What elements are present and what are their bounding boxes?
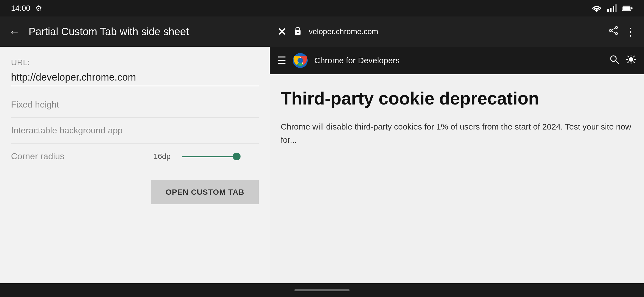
share-icon[interactable]: [609, 26, 618, 37]
corner-radius-row: Corner radius 16dp: [11, 144, 259, 169]
hamburger-icon[interactable]: ☰: [277, 55, 286, 66]
svg-point-9: [615, 26, 618, 29]
svg-line-13: [612, 31, 615, 33]
lock-icon: [293, 26, 302, 38]
svg-line-26: [633, 56, 635, 57]
interactable-bg-label: Interactable background app: [11, 125, 123, 135]
corner-radius-label: Corner radius: [11, 151, 64, 161]
svg-line-24: [627, 56, 629, 57]
svg-point-11: [615, 32, 618, 35]
search-icon[interactable]: [609, 54, 619, 67]
home-indicator[interactable]: [294, 289, 350, 291]
slider-track[interactable]: [182, 156, 237, 157]
svg-line-18: [616, 61, 619, 64]
app-content: URL: http://developer.chrome.com Fixed h…: [0, 47, 270, 283]
url-value[interactable]: http://developer.chrome.com: [11, 72, 259, 86]
url-section: URL: http://developer.chrome.com: [11, 47, 259, 92]
chrome-menu-icon[interactable]: ⋮: [625, 25, 636, 38]
svg-point-19: [629, 57, 633, 62]
svg-point-8: [297, 32, 299, 33]
settings-icon: ⚙: [35, 4, 42, 13]
left-panel: ← Partial Custom Tab with side sheet URL…: [0, 16, 270, 283]
status-bar: 14:00 ⚙: [0, 0, 644, 16]
svg-point-16: [298, 58, 303, 63]
article-title: Third-party cookie deprecation: [281, 88, 633, 109]
signal-icon: [607, 4, 618, 12]
status-left: 14:00 ⚙: [11, 4, 42, 13]
app-title: Partial Custom Tab with side sheet: [29, 26, 189, 38]
fixed-height-row: Fixed height: [11, 92, 259, 118]
chrome-toolbar: ✕ veloper.chrome.com ⋮: [270, 16, 644, 47]
wifi-icon: [591, 4, 602, 12]
chrome-url-bar[interactable]: veloper.chrome.com: [309, 27, 602, 36]
interactable-bg-row: Interactable background app: [11, 118, 259, 144]
right-panel: ✕ veloper.chrome.com ⋮: [270, 16, 644, 283]
nav-bar: [0, 283, 644, 297]
svg-line-27: [627, 62, 629, 63]
url-label: URL:: [11, 58, 259, 67]
slider-thumb[interactable]: [233, 153, 241, 160]
corner-radius-value: 16dp: [154, 152, 171, 161]
fixed-height-label: Fixed height: [11, 100, 59, 109]
article-body: Chrome will disable third-party cookies …: [281, 120, 633, 147]
back-button[interactable]: ←: [9, 26, 20, 38]
sun-icon[interactable]: [626, 54, 636, 67]
website-header: ☰ Chrome for Developers: [270, 47, 644, 74]
svg-rect-3: [615, 4, 617, 12]
svg-rect-2: [613, 6, 614, 12]
svg-point-17: [611, 56, 616, 61]
open-custom-tab-button[interactable]: OPEN CUSTOM TAB: [151, 180, 259, 204]
svg-line-25: [633, 62, 635, 63]
corner-radius-slider-container[interactable]: [182, 156, 259, 157]
svg-line-12: [612, 28, 615, 30]
site-title: Chrome for Developers: [314, 56, 603, 65]
chrome-logo: [293, 53, 308, 68]
chrome-close-button[interactable]: ✕: [277, 25, 287, 38]
svg-point-10: [609, 29, 612, 32]
slider-fill: [182, 156, 237, 157]
battery-icon: [622, 4, 633, 12]
svg-rect-6: [623, 6, 631, 10]
website-content: Third-party cookie deprecation Chrome wi…: [270, 74, 644, 283]
app-toolbar: ← Partial Custom Tab with side sheet: [0, 16, 270, 47]
button-section: OPEN CUSTOM TAB: [11, 169, 259, 215]
svg-rect-0: [607, 9, 609, 12]
time-display: 14:00: [11, 4, 30, 13]
status-right: [591, 4, 633, 12]
main-area: ← Partial Custom Tab with side sheet URL…: [0, 16, 644, 283]
svg-rect-1: [610, 8, 612, 12]
svg-rect-5: [631, 7, 632, 9]
